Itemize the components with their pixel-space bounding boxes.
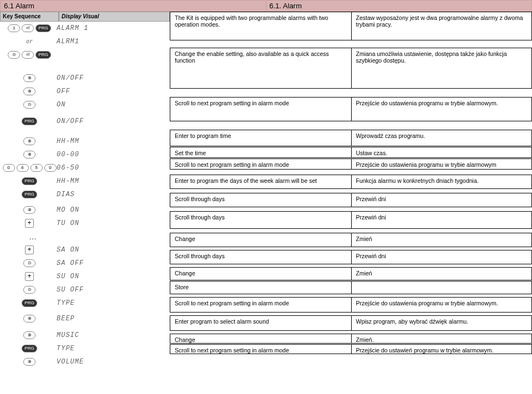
desc-pl: Wprowadź czas programu. [351, 130, 532, 146]
display-text: HH-MM [57, 137, 168, 145]
display-text: TYPE [57, 345, 168, 352]
desc-en: Change [170, 334, 351, 343]
display-text: SU ON [57, 273, 168, 280]
desc-pl: Zmień [351, 268, 532, 280]
ellipsis: … [22, 232, 37, 241]
desc-pl: Przejście do ustawienia programu w trybi… [351, 98, 532, 121]
desc-pl: Przejście do ustawienia programu w trybi… [351, 159, 532, 169]
desc-row: Enter to program time Wprowadź czas prog… [170, 130, 532, 146]
desc-pl: Przejście do ustawienia programu w trybi… [351, 298, 532, 312]
desc-pl: Wpisz program, aby wybrać dźwięk alarmu. [351, 316, 532, 330]
desc-pl: Funkcja alarmu w konkretnych dniach tygo… [351, 175, 532, 188]
desc-pl: Zmiana umożliwia ustawienie, dostępna ta… [351, 48, 532, 88]
desc-row: Set the time Ustaw czas. [170, 147, 532, 158]
left-panel: Key Sequence Display Visual 1⏎PRG ALARM … [0, 12, 170, 369]
header-row: 6.1 Alarm 6.1. Alarm [0, 0, 532, 12]
key-icon: 1 [8, 24, 20, 32]
desc-en: Store [170, 282, 351, 294]
header-left: 6.1 Alarm [0, 0, 266, 12]
desc-row: Change the enable setting, also availabl… [170, 48, 532, 89]
display-text: SA ON [57, 246, 168, 254]
desc-row: Scroll to next program setting in alarm … [170, 297, 532, 313]
arrow-up-icon: + [25, 245, 34, 254]
arrow-up-icon: + [25, 219, 34, 228]
desc-en: Change [170, 268, 351, 280]
key-icon: ⊕ [23, 88, 36, 95]
desc-pl: Zmień. [351, 334, 532, 343]
desc-en: Scroll to next program setting in alarm … [170, 298, 351, 312]
key-icon: PRG [36, 51, 50, 59]
desc-en: Scroll to next program setting in alarm … [170, 98, 351, 121]
desc-en: The Kit is equipped with two programmabl… [170, 12, 351, 40]
key-icon: ⊕ [23, 137, 36, 145]
sub-header: Key Sequence Display Visual [0, 12, 170, 22]
desc-row: Scroll through days Przewiń dni [170, 250, 532, 264]
desc-en: Scroll to next program setting in alarm … [170, 345, 351, 354]
display-text: SU OFF [57, 286, 168, 294]
desc-row: The Kit is equipped with two programmabl… [170, 12, 532, 40]
display-text: TU ON [57, 219, 168, 227]
key-icon: ⊙ [23, 259, 36, 267]
key-icon: 0 [3, 164, 15, 172]
key-icon: ⊙ [23, 101, 36, 109]
key-icon: ⊙ [23, 286, 36, 294]
display-text: HH-MM [57, 177, 168, 185]
display-text: 06-50 [57, 164, 168, 172]
desc-row: Scroll to next program setting in alarm … [170, 344, 532, 354]
desc-row: Change Zmień [170, 267, 532, 280]
desc-pl: Przewiń dni [351, 193, 532, 207]
key-icon: ⊕ [23, 206, 36, 214]
desc-row: Change Zmień [170, 233, 532, 247]
key-icon: ⏎ [22, 24, 34, 32]
display-text: VOLUME [57, 358, 168, 366]
desc-en: Change the enable setting, also availabl… [170, 48, 351, 88]
display-text: TYPE [57, 299, 168, 307]
display-text: ALARM 1 [57, 24, 168, 32]
desc-pl: Przejście do ustawień programu w trybie … [351, 345, 532, 354]
display-text: OFF [57, 88, 168, 95]
visual-content: 1⏎PRG ALARM 1 or ALRM1 ⊙⏎PRG ⊕ ON/OFF [0, 22, 170, 369]
key-icon: ⊕ [23, 315, 36, 323]
display-text: MO ON [57, 206, 168, 214]
key-icon: ⊙ [8, 51, 20, 59]
desc-pl [351, 282, 532, 294]
header-right: 6.1. Alarm [266, 0, 533, 12]
desc-row: Scroll through days Przewiń dni [170, 193, 532, 207]
desc-en: Enter to program time [170, 130, 351, 146]
key-icon: PRG [22, 191, 37, 198]
page-container: 6.1 Alarm 6.1. Alarm Key Sequence Displa… [0, 0, 532, 394]
display-text: ON/OFF [57, 117, 168, 125]
key-icon: 5 [31, 164, 43, 172]
key-icon: ⊕ [23, 358, 36, 366]
display-text: BEEP [57, 315, 168, 323]
desc-pl: Zestaw wyposażony jest w dwa programowal… [351, 12, 532, 40]
desc-row: Scroll through days Przewiń dni [170, 211, 532, 229]
desc-en: Enter program to select alarm sound [170, 316, 351, 330]
col-key-sequence: Key Sequence [0, 12, 59, 22]
desc-row: Scroll to next program setting in alarm … [170, 97, 532, 121]
display-text: 00-00 [57, 151, 168, 158]
main-row: Key Sequence Display Visual 1⏎PRG ALARM … [0, 12, 532, 369]
key-icon: PRG [36, 24, 50, 32]
key-icon: 0 [44, 164, 57, 172]
desc-en: Change [170, 233, 351, 247]
key-icon: PRG [22, 177, 37, 185]
key-icon: ⊕ [23, 151, 36, 158]
desc-en: Enter to program the days of the week al… [170, 175, 351, 188]
display-text: DIAS [57, 191, 168, 198]
display-text: MUSIC [57, 331, 168, 339]
display-text: ON [57, 101, 168, 109]
key-icon: PRG [22, 299, 37, 307]
key-icon: ⊕ [23, 74, 36, 82]
desc-pl: Ustaw czas. [351, 147, 532, 157]
desc-pl: Przewiń dni [351, 250, 532, 264]
key-icon: ⊕ [23, 331, 36, 339]
display-text: ON/OFF [57, 74, 168, 82]
desc-en: Scroll through days [170, 193, 351, 207]
key-icon: PRG [22, 117, 37, 125]
desc-row: Enter to program the days of the week al… [170, 175, 532, 189]
right-panel: The Kit is equipped with two programmabl… [170, 12, 532, 369]
or-text: or [26, 39, 33, 45]
desc-row: Scroll to next program setting in alarm … [170, 158, 532, 170]
key-icon: 6 [17, 164, 29, 172]
